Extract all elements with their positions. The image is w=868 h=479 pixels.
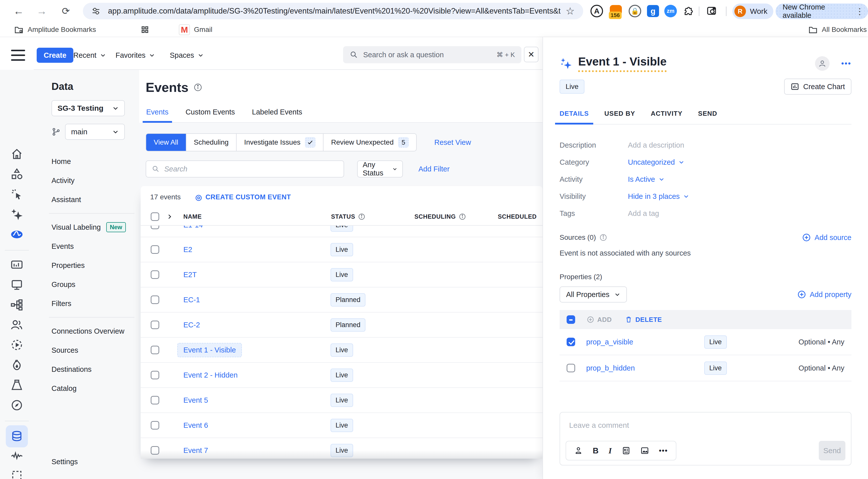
view-filter-view-all[interactable]: View All <box>146 134 186 151</box>
table-row[interactable]: Event 5Live <box>141 388 542 413</box>
add-source-button[interactable]: Add source <box>802 233 851 242</box>
table-row[interactable]: Event 1 - VisibleLive <box>141 338 542 363</box>
select-all-checkbox[interactable] <box>151 213 159 221</box>
rail-sparkles-icon[interactable] <box>10 208 23 221</box>
rail-flame-icon[interactable] <box>10 358 23 372</box>
close-search-button[interactable]: ✕ <box>524 47 538 62</box>
italic-icon[interactable]: I <box>609 446 612 455</box>
extension-g-icon[interactable]: g <box>646 4 660 18</box>
url-bar[interactable]: app.amplitude.com/data/amplitude/SG-3%20… <box>83 3 583 19</box>
sidebar-item-destinations[interactable]: Destinations <box>52 360 139 379</box>
view-filter-investigate-issues[interactable]: Investigate Issues <box>237 134 323 151</box>
extension-zoom-icon[interactable]: zm <box>663 4 678 18</box>
panel-tab-used-by[interactable]: USED BY <box>604 110 635 124</box>
rail-monitor-icon[interactable] <box>10 278 23 291</box>
back-icon[interactable]: ← <box>12 4 25 18</box>
event-name-link[interactable]: EC-1 <box>183 296 200 304</box>
rail-shapes-icon[interactable] <box>10 168 23 181</box>
property-checkbox[interactable] <box>567 338 575 346</box>
tab-custom-events[interactable]: Custom Events <box>186 108 235 122</box>
properties-select-all-checkbox[interactable] <box>567 315 575 324</box>
template-icon[interactable] <box>622 446 630 455</box>
field-value-link[interactable]: Hide in 3 places <box>628 192 689 200</box>
table-row[interactable]: EC-1Planned <box>141 287 542 313</box>
table-row[interactable]: E1-14Live <box>141 226 542 237</box>
event-name-link[interactable]: Event 2 - Hidden <box>183 371 238 379</box>
rail-cursor-icon[interactable] <box>10 188 23 201</box>
create-button[interactable]: Create <box>37 48 73 63</box>
row-checkbox[interactable] <box>151 396 159 405</box>
property-row[interactable]: prop_b_hiddenLiveOptional • Any <box>560 355 851 381</box>
row-checkbox[interactable] <box>151 226 159 229</box>
sidebar-item-assistant[interactable]: Assistant <box>52 190 139 209</box>
tab-events[interactable]: Events <box>146 108 168 122</box>
apps-grid-icon[interactable] <box>141 24 149 36</box>
row-checkbox[interactable] <box>151 346 159 354</box>
row-checkbox[interactable] <box>151 270 159 279</box>
rail-people-icon[interactable] <box>10 318 23 331</box>
sidebar-item-activity[interactable]: Activity <box>52 171 139 190</box>
bookmark-gmail[interactable]: M Gmail <box>179 24 212 36</box>
mention-icon[interactable] <box>574 446 583 455</box>
rail-waveform-icon[interactable] <box>10 449 23 462</box>
create-custom-event-button[interactable]: ◎ CREATE CUSTOM EVENT <box>195 193 291 201</box>
sidebar-item-sources[interactable]: Sources <box>52 341 139 360</box>
tab-labeled-events[interactable]: Labeled Events <box>252 108 302 122</box>
rail-flask-icon[interactable] <box>10 379 23 392</box>
reset-view-link[interactable]: Reset View <box>434 138 471 147</box>
properties-filter-select[interactable]: All Properties <box>560 286 627 302</box>
image-icon[interactable] <box>641 446 649 455</box>
property-name-link[interactable]: prop_b_hidden <box>586 364 704 372</box>
table-row[interactable]: E2Live <box>141 237 542 262</box>
info-icon[interactable] <box>459 213 466 220</box>
event-name-link[interactable]: Event 1 - Visible <box>177 343 242 357</box>
row-checkbox[interactable] <box>151 295 159 304</box>
panel-tab-send[interactable]: SEND <box>698 110 717 124</box>
rail-dashboard-icon[interactable] <box>10 258 23 271</box>
event-name-link[interactable]: Event 5 <box>183 396 208 405</box>
add-property-button[interactable]: Add property <box>797 290 851 299</box>
extension-blocker-icon[interactable]: 156 <box>609 4 623 18</box>
menu-spaces[interactable]: Spaces <box>170 48 204 63</box>
field-placeholder[interactable]: Add a description <box>628 141 684 149</box>
refresh-icon[interactable]: ⟳ <box>59 4 72 18</box>
event-name-link[interactable]: Event 6 <box>183 421 208 429</box>
global-search-input[interactable]: Search or ask a question ⌘ + K <box>343 46 521 63</box>
all-bookmarks[interactable]: All Bookmarks <box>808 24 867 36</box>
browser-menu-icon[interactable]: ⋮ <box>856 9 864 14</box>
rail-compass-icon[interactable] <box>10 399 23 412</box>
extension-a-icon[interactable]: A <box>590 4 604 18</box>
site-settings-icon[interactable] <box>91 6 100 15</box>
delete-action-button[interactable]: DELETE <box>625 316 662 324</box>
view-filter-scheduling[interactable]: Scheduling <box>186 134 237 151</box>
row-checkbox[interactable] <box>151 321 159 329</box>
owner-avatar[interactable] <box>815 56 830 71</box>
panel-tab-details[interactable]: DETAILS <box>560 110 589 124</box>
sidebar-item-properties[interactable]: Properties <box>52 256 139 275</box>
create-chart-button[interactable]: Create Chart <box>784 78 851 95</box>
field-placeholder[interactable]: Add a tag <box>628 210 659 218</box>
property-checkbox[interactable] <box>567 364 575 372</box>
field-value-link[interactable]: Uncategorized <box>628 158 684 166</box>
rail-frame-icon[interactable] <box>10 469 23 479</box>
panel-tab-activity[interactable]: ACTIVITY <box>651 110 682 124</box>
rail-home-icon[interactable] <box>10 148 23 161</box>
info-icon[interactable] <box>358 213 365 220</box>
rail-database-icon[interactable] <box>6 425 28 447</box>
info-icon[interactable] <box>194 83 202 92</box>
property-row[interactable]: prop_a_visibleLiveOptional • Any <box>560 329 851 355</box>
chrome-update-pill[interactable]: New Chrome available ⋮ <box>776 3 868 19</box>
more-formatting-icon[interactable]: ••• <box>659 447 668 455</box>
sidebar-item-catalog[interactable]: Catalog <box>52 379 139 398</box>
send-button[interactable]: Send <box>819 441 845 460</box>
view-filter-review-unexpected[interactable]: Review Unexpected5 <box>323 134 416 151</box>
panel-more-button[interactable]: ••• <box>841 59 851 68</box>
row-checkbox[interactable] <box>151 421 159 429</box>
bookmark-star-icon[interactable]: ☆ <box>566 5 575 17</box>
status-filter-select[interactable]: Any Status <box>357 160 403 178</box>
rail-flow-icon[interactable] <box>10 298 23 311</box>
profile-chip[interactable]: R Work <box>733 3 773 19</box>
property-name-link[interactable]: prop_a_visible <box>586 338 704 346</box>
tab-search-icon[interactable] <box>705 4 719 18</box>
events-search-input[interactable]: Search <box>146 160 344 178</box>
